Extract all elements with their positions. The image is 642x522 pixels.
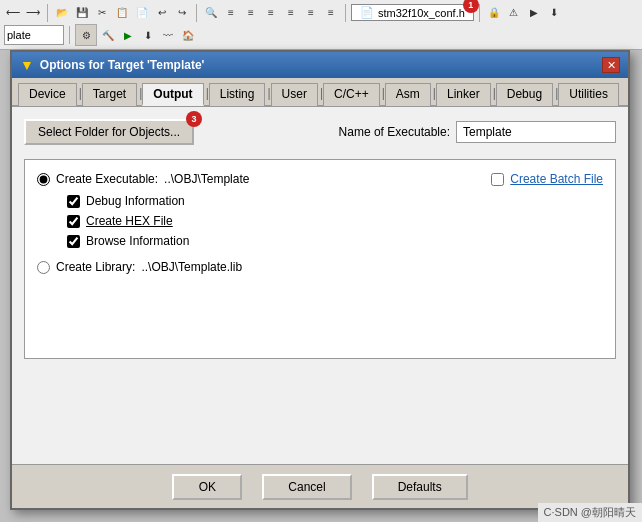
dialog-output-content: Select Folder for Objects... 3 Name of E…	[12, 107, 628, 371]
create-lib-row: Create Library: ..\OBJ\Template.lib	[37, 260, 603, 274]
dialog-icon: ▼	[20, 57, 34, 73]
tab-asm[interactable]: Asm	[385, 83, 431, 106]
download-btn[interactable]: ⬇	[139, 26, 157, 44]
toolbar-icon-warn[interactable]: ⚠	[505, 4, 523, 22]
debug-info-row: Debug Information	[67, 194, 603, 208]
badge-1: 1	[463, 0, 479, 13]
dialog-tabs: Device | Target | Output | Listing | Use…	[12, 78, 628, 107]
run-btn[interactable]: ▶	[119, 26, 137, 44]
toolbar-icon-2[interactable]: ⟶	[24, 4, 42, 22]
browse-info-label: Browse Information	[86, 234, 189, 248]
options-dialog: ▼ Options for Target 'Template' ✕ Device…	[10, 50, 630, 510]
badge-3: 3	[186, 111, 202, 127]
tab-listing[interactable]: Listing	[209, 83, 266, 106]
create-hex-row: Create HEX File	[67, 214, 603, 228]
batch-file-area: Create Batch File	[491, 172, 603, 186]
toolbar-icon-9[interactable]: ≡	[242, 4, 260, 22]
home-btn[interactable]: 🏠	[179, 26, 197, 44]
toolbar-icon-play[interactable]: ▶	[525, 4, 543, 22]
debug-info-checkbox[interactable]	[67, 195, 80, 208]
toolbar-icon-11[interactable]: ≡	[282, 4, 300, 22]
create-exe-radio[interactable]	[37, 173, 50, 186]
build-btn[interactable]: 🔨	[99, 26, 117, 44]
options-btn-wrapper: ⚙	[75, 24, 97, 46]
tab-output[interactable]: Output	[142, 83, 203, 106]
toolbar-icon-lock[interactable]: 🔒	[485, 4, 503, 22]
toolbar-icon-search[interactable]: 🔍	[202, 4, 220, 22]
toolbar-icon-8[interactable]: ≡	[222, 4, 240, 22]
cancel-button[interactable]: Cancel	[262, 474, 351, 500]
toolbar-icon-13[interactable]: ≡	[322, 4, 340, 22]
defaults-button[interactable]: Defaults	[372, 474, 468, 500]
bottom-hint: C·SDN @朝阳晴天	[538, 503, 642, 522]
separator-4	[479, 4, 480, 22]
toolbar-icon-12[interactable]: ≡	[302, 4, 320, 22]
tab-cpp[interactable]: C/C++	[323, 83, 380, 106]
tab-linker[interactable]: Linker	[436, 83, 491, 106]
name-exe-label: Name of Executable:	[339, 125, 450, 139]
browse-info-row: Browse Information	[67, 234, 603, 248]
toolbar-row-top: ⟵ ⟶ 📂 💾 ✂ 📋 📄 ↩ ↪ 🔍 ≡ ≡ ≡ ≡ ≡ ≡ 📄 stm32f…	[4, 2, 638, 24]
tab-user[interactable]: User	[271, 83, 318, 106]
name-exe-input[interactable]	[456, 121, 616, 143]
folder-row: Select Folder for Objects... 3 Name of E…	[24, 119, 616, 145]
toolbar-icon-undo[interactable]: ↩	[153, 4, 171, 22]
create-hex-label: Create HEX File	[86, 214, 173, 228]
create-lib-radio[interactable]	[37, 261, 50, 274]
toolbar-icon-redo[interactable]: ↪	[173, 4, 191, 22]
create-lib-path: ..\OBJ\Template.lib	[141, 260, 242, 274]
dialog-close-button[interactable]: ✕	[602, 57, 620, 73]
dialog-title-row: ▼ Options for Target 'Template'	[20, 57, 204, 73]
toolbar-icon-6[interactable]: 📋	[113, 4, 131, 22]
browse-info-checkbox[interactable]	[67, 235, 80, 248]
create-lib-label: Create Library:	[56, 260, 135, 274]
dialog-titlebar: ▼ Options for Target 'Template' ✕	[12, 52, 628, 78]
toolbar-icon-10[interactable]: ≡	[262, 4, 280, 22]
tab-device[interactable]: Device	[18, 83, 77, 106]
toolbar-icon-3[interactable]: 📂	[53, 4, 71, 22]
target-dropdown[interactable]	[4, 25, 64, 45]
wave-btn[interactable]: 〰	[159, 26, 177, 44]
options-btn[interactable]: ⚙	[75, 24, 97, 46]
separator-1	[47, 4, 48, 22]
checkboxes-group: Debug Information Create HEX File Browse…	[67, 194, 603, 248]
toolbar: ⟵ ⟶ 📂 💾 ✂ 📋 📄 ↩ ↪ 🔍 ≡ ≡ ≡ ≡ ≡ ≡ 📄 stm32f…	[0, 0, 642, 50]
toolbar-icon-4[interactable]: 💾	[73, 4, 91, 22]
file-tab-label: stm32f10x_conf.h	[378, 7, 465, 19]
dialog-title: Options for Target 'Template'	[40, 58, 205, 72]
tab-target[interactable]: Target	[82, 83, 137, 106]
tab-debug[interactable]: Debug	[496, 83, 553, 106]
toolbar-icon-7[interactable]: 📄	[133, 4, 151, 22]
separator-3	[345, 4, 346, 22]
ok-button[interactable]: OK	[172, 474, 242, 500]
create-exe-label: Create Executable:	[56, 172, 158, 186]
debug-info-label: Debug Information	[86, 194, 185, 208]
separator-5	[69, 26, 70, 44]
batch-file-label: Create Batch File	[510, 172, 603, 186]
toolbar-icon-1[interactable]: ⟵	[4, 4, 22, 22]
dialog-footer: OK Cancel Defaults	[12, 464, 628, 508]
separator-2	[196, 4, 197, 22]
toolbar-row-bottom: ⚙ 🔨 ▶ ⬇ 〰 🏠	[4, 24, 638, 47]
create-exe-path: ..\OBJ\Template	[164, 172, 249, 186]
toolbar-icon-14[interactable]: ⬇	[545, 4, 563, 22]
create-hex-checkbox[interactable]	[67, 215, 80, 228]
select-folder-button[interactable]: Select Folder for Objects...	[24, 119, 194, 145]
name-exe-row: Name of Executable:	[214, 121, 616, 143]
batch-file-checkbox[interactable]	[491, 173, 504, 186]
file-tab-icon: 📄	[360, 6, 374, 19]
file-tab[interactable]: 📄 stm32f10x_conf.h 1	[351, 4, 474, 21]
folder-btn-wrapper: Select Folder for Objects... 3	[24, 119, 194, 145]
options-box: Create Batch File Create Executable: ..\…	[24, 159, 616, 359]
toolbar-icon-5[interactable]: ✂	[93, 4, 111, 22]
tab-utilities[interactable]: Utilities	[558, 83, 619, 106]
